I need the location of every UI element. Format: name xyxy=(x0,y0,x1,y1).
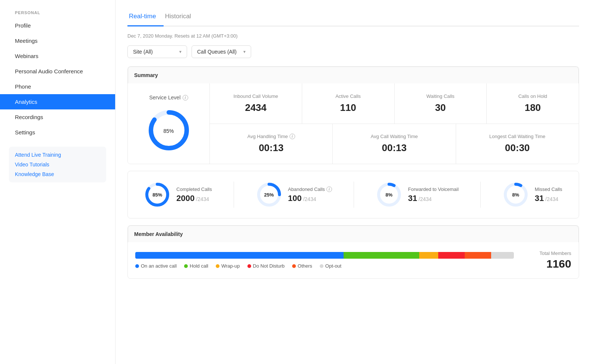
sidebar-item-phone[interactable]: Phone xyxy=(0,79,115,94)
breakdown-value-missed-calls: 31 /2434 xyxy=(535,194,562,203)
member-total-label: Total Members xyxy=(540,250,571,256)
breakdown-label-completed-calls: Completed Calls xyxy=(176,186,212,192)
tab-realtime[interactable]: Real-time xyxy=(127,9,164,26)
sidebar-link-attend-live-training[interactable]: Attend Live Training xyxy=(15,152,100,158)
stats-row-top: Inbound Call Volume 2434 Active Calls 11… xyxy=(210,83,579,124)
breakdown-value-forwarded-to-voicemail: 31 /2434 xyxy=(408,194,459,203)
breakdown-text-completed-calls: Completed Calls 2000 /2434 xyxy=(176,186,212,203)
mini-donut-center-abandoned-calls: 25% xyxy=(264,192,274,198)
legend-dot-opt-out xyxy=(320,264,323,268)
legend-label-opt-out: Opt-out xyxy=(325,263,341,269)
sidebar-item-recordings[interactable]: Recordings xyxy=(0,109,115,125)
service-level-box: Service Level i 85% xyxy=(128,83,210,164)
breakdown-item-missed-calls: 8% Missed Calls 31 /2434 xyxy=(503,182,562,208)
sidebar-link-knowledge-base[interactable]: Knowledge Base xyxy=(15,171,100,177)
breakdown-value-abandoned-calls: 100 /2434 xyxy=(288,194,332,203)
stat-avg-call-waiting-time: Avg Call Waiting Time 00:13 xyxy=(333,124,456,164)
stat-avg-handling-time-value: 00:13 xyxy=(259,142,284,154)
site-filter[interactable]: Site (All) ▾ xyxy=(127,45,187,58)
breakdown-total-abandoned-calls: /2434 xyxy=(302,196,316,202)
member-total: Total Members 1160 xyxy=(523,250,571,270)
service-level-value: 85% xyxy=(163,125,174,135)
tab-historical[interactable]: Historical xyxy=(164,9,199,26)
sidebar: PERSONAL ProfileMeetingsWebinarsPersonal… xyxy=(0,0,116,364)
bar-segment-hold-call xyxy=(344,252,419,259)
sidebar-item-settings[interactable]: Settings xyxy=(0,125,115,140)
breakdown-total-forwarded-to-voicemail: /2434 xyxy=(417,196,432,202)
summary-body: Service Level i 85% xyxy=(128,83,579,164)
stat-calls-on-hold-value: 180 xyxy=(525,102,541,114)
sidebar-link-video-tutorials[interactable]: Video Tutorials xyxy=(15,162,100,167)
service-level-donut: 85% xyxy=(146,108,191,153)
avg-handling-time-info-icon: i xyxy=(290,134,295,139)
stat-avg-handling-time: Avg Handling Time i 00:13 xyxy=(210,124,333,164)
tabs-bar: Real-time Historical xyxy=(127,9,579,26)
breakdown-value-completed-calls: 2000 /2434 xyxy=(176,194,212,203)
calls-breakdown-card: 85% Completed Calls 2000 /2434 25% xyxy=(127,171,579,218)
call-queues-filter[interactable]: Call Queues (All) ▾ xyxy=(192,45,251,58)
breakdown-item-completed-calls: 85% Completed Calls 2000 /2434 xyxy=(144,182,212,208)
breakdown-item-forwarded-to-voicemail: 8% Forwarded to Voicemail 31 /2434 xyxy=(376,182,459,208)
legend-item-do-not-disturb: Do Not Disturb xyxy=(247,263,285,269)
legend-label-wrap-up: Wrap-up xyxy=(221,263,240,269)
member-legend: On an active call Hold call Wrap-up Do N… xyxy=(135,263,514,269)
legend-label-hold-call: Hold call xyxy=(190,263,208,269)
service-level-title: Service Level i xyxy=(149,95,188,100)
site-filter-chevron: ▾ xyxy=(179,49,181,54)
filters-row: Site (All) ▾ Call Queues (All) ▾ xyxy=(127,45,579,58)
site-filter-label: Site (All) xyxy=(133,49,153,55)
legend-dot-do-not-disturb xyxy=(247,264,251,268)
legend-item-hold-call: Hold call xyxy=(184,263,208,269)
main-content: Real-time Historical Dec 7, 2020 Monday.… xyxy=(116,0,591,364)
sidebar-item-webinars[interactable]: Webinars xyxy=(0,48,115,64)
mini-donut-completed-calls: 85% xyxy=(144,182,170,208)
member-availability-title: Member Availability xyxy=(128,226,579,242)
breakdown-text-forwarded-to-voicemail: Forwarded to Voicemail 31 /2434 xyxy=(408,186,459,203)
breakdown-label-missed-calls: Missed Calls xyxy=(535,186,562,192)
breakdown-total-completed-calls: /2434 xyxy=(195,196,209,202)
mini-donut-abandoned-calls: 25% xyxy=(256,182,282,208)
legend-dot-active-call xyxy=(135,264,139,268)
sidebar-item-personal-audio-conference[interactable]: Personal Audio Conference xyxy=(0,64,115,79)
bar-segment-opt-out xyxy=(491,252,514,259)
stat-waiting-calls-value: 30 xyxy=(435,102,446,114)
breakdown-divider-3 xyxy=(480,182,481,208)
mini-donut-center-missed-calls: 8% xyxy=(512,192,519,198)
sidebar-item-meetings[interactable]: Meetings xyxy=(0,33,115,48)
legend-label-others: Others xyxy=(298,263,312,269)
stats-row-bottom: Avg Handling Time i 00:13 Avg Call Waiti… xyxy=(210,124,579,164)
summary-card: Summary Service Level i 85% xyxy=(127,66,579,164)
legend-dot-others xyxy=(292,264,296,268)
legend-item-active-call: On an active call xyxy=(135,263,177,269)
member-availability-bar xyxy=(135,252,514,259)
stat-inbound-call-volume: Inbound Call Volume 2434 xyxy=(210,83,302,124)
sidebar-item-profile[interactable]: Profile xyxy=(0,18,115,33)
stats-right: Inbound Call Volume 2434 Active Calls 11… xyxy=(210,83,579,164)
member-total-value: 1160 xyxy=(546,258,571,270)
breakdown-label-abandoned-calls: Abandoned Calls i xyxy=(288,186,332,192)
sidebar-section-label: PERSONAL xyxy=(0,0,115,18)
sidebar-links: Attend Live Training Video Tutorials Kno… xyxy=(9,147,106,182)
bar-segment-wrap-up xyxy=(419,252,438,259)
stat-waiting-calls: Waiting Calls 30 xyxy=(395,83,487,124)
stat-longest-call-waiting-time: Longest Call Waiting Time 00:30 xyxy=(456,124,579,164)
breakdown-label-forwarded-to-voicemail: Forwarded to Voicemail xyxy=(408,186,459,192)
legend-item-wrap-up: Wrap-up xyxy=(216,263,240,269)
member-availability-section: Member Availability On an active call Ho… xyxy=(127,225,579,279)
legend-item-others: Others xyxy=(292,263,312,269)
info-icon-abandoned-calls: i xyxy=(326,186,332,192)
breakdown-divider-1 xyxy=(234,182,234,208)
mini-donut-center-forwarded-to-voicemail: 8% xyxy=(386,192,393,198)
member-bar-area: On an active call Hold call Wrap-up Do N… xyxy=(135,252,514,269)
breakdown-text-abandoned-calls: Abandoned Calls i 100 /2434 xyxy=(288,186,332,203)
sidebar-item-analytics[interactable]: Analytics xyxy=(0,94,115,109)
legend-dot-hold-call xyxy=(184,264,188,268)
mini-donut-missed-calls: 8% xyxy=(503,182,529,208)
stat-active-calls: Active Calls 110 xyxy=(302,83,395,124)
stat-inbound-call-volume-value: 2434 xyxy=(245,102,266,114)
legend-item-opt-out: Opt-out xyxy=(320,263,341,269)
bar-segment-others xyxy=(465,252,491,259)
stat-active-calls-value: 110 xyxy=(340,102,356,114)
member-availability-body: On an active call Hold call Wrap-up Do N… xyxy=(128,242,579,278)
legend-label-do-not-disturb: Do Not Disturb xyxy=(253,263,285,269)
